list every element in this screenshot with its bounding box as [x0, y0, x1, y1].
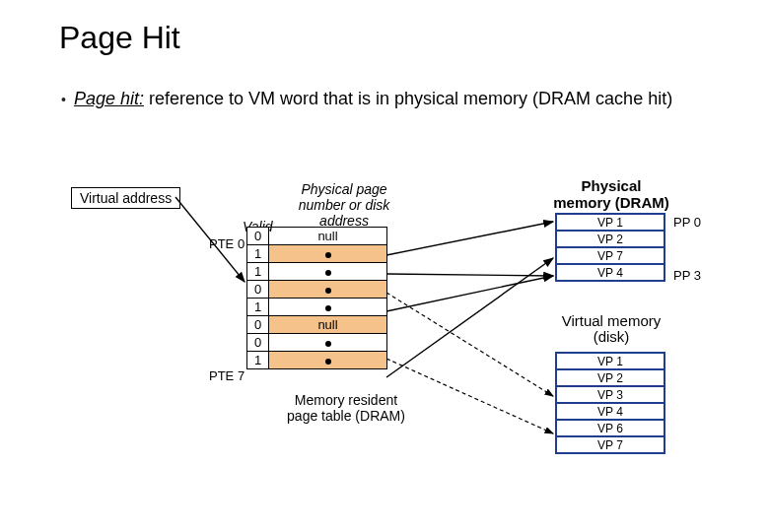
bullet-dot-icon: • [61, 89, 66, 110]
pt-row: 1 [247, 299, 387, 316]
page-table: 0null11010null01 [246, 227, 387, 369]
pt-ppn-cell [269, 263, 387, 281]
svg-line-4 [386, 258, 553, 377]
pt-valid-cell: 1 [247, 245, 269, 263]
svg-line-2 [386, 274, 553, 276]
virt-mem-disk-table: VP 1VP 2VP 3VP 4VP 6VP 7 [555, 352, 665, 454]
bullet-text: Page hit: reference to VM word that is i… [74, 89, 672, 108]
pt-ppn-cell [269, 334, 387, 352]
pointer-dot-icon [325, 341, 331, 347]
bullet-rest: reference to VM word that is in physical… [144, 89, 672, 108]
page-table-caption: Memory resident page table (DRAM) [282, 392, 410, 424]
virt-mem-disk-cell: VP 3 [556, 386, 664, 403]
slide-title: Page Hit [59, 20, 180, 56]
phys-mem-table: VP 1VP 2VP 7VP 4 [555, 213, 665, 282]
pt-header-ppn: Physical page number or disk address [285, 181, 403, 229]
pt-ppn-cell [269, 352, 387, 369]
svg-line-3 [386, 276, 553, 311]
pt-valid-cell: 1 [247, 352, 269, 369]
pointer-dot-icon [325, 288, 331, 294]
pt-valid-cell: 1 [247, 263, 269, 281]
pt-label-pte0: PTE 0 [209, 236, 245, 251]
virt-mem-disk-cell: VP 6 [556, 420, 664, 436]
pt-row: 0null [247, 228, 387, 245]
virt-mem-disk-cell: VP 7 [556, 436, 664, 453]
bullet-emphasis: Page hit: [74, 89, 144, 108]
pointer-dot-icon [325, 270, 331, 276]
pt-valid-cell: 0 [247, 316, 269, 334]
phys-mem-cell: VP 2 [556, 231, 664, 247]
pointer-dot-icon [325, 252, 331, 258]
pp-label-3: PP 3 [673, 268, 701, 283]
pt-ppn-cell [269, 281, 387, 299]
pointer-dot-icon [325, 359, 331, 365]
phys-mem-cell: VP 1 [556, 214, 664, 231]
pt-ppn-cell [269, 299, 387, 316]
pt-valid-cell: 0 [247, 228, 269, 245]
phys-mem-title: Physical memory (DRAM) [552, 177, 670, 211]
pt-ppn-cell: null [269, 228, 387, 245]
bullet-item: • Page hit: reference to VM word that is… [61, 89, 702, 110]
virt-mem-disk-title: Virtual memory (disk) [552, 313, 670, 345]
pp-label-0: PP 0 [673, 215, 701, 230]
pt-label-pte7: PTE 7 [209, 368, 245, 383]
pt-row: 1 [247, 263, 387, 281]
pt-row: 0 [247, 334, 387, 352]
svg-line-6 [386, 359, 553, 433]
virt-mem-disk-cell: VP 2 [556, 369, 664, 386]
pt-ppn-cell: null [269, 316, 387, 334]
virtual-address-box: Virtual address [71, 187, 180, 209]
svg-line-1 [386, 222, 553, 255]
pt-valid-cell: 0 [247, 281, 269, 299]
phys-mem-cell: VP 7 [556, 247, 664, 264]
pt-row: 1 [247, 245, 387, 263]
pt-valid-cell: 0 [247, 334, 269, 352]
virt-mem-disk-cell: VP 4 [556, 403, 664, 420]
pt-row: 0 [247, 281, 387, 299]
phys-mem-cell: VP 4 [556, 264, 664, 281]
pt-row: 1 [247, 352, 387, 369]
pt-ppn-cell [269, 245, 387, 263]
pt-valid-cell: 1 [247, 299, 269, 316]
pointer-dot-icon [325, 305, 331, 311]
virt-mem-disk-cell: VP 1 [556, 353, 664, 369]
svg-line-5 [386, 293, 553, 396]
pt-row: 0null [247, 316, 387, 334]
